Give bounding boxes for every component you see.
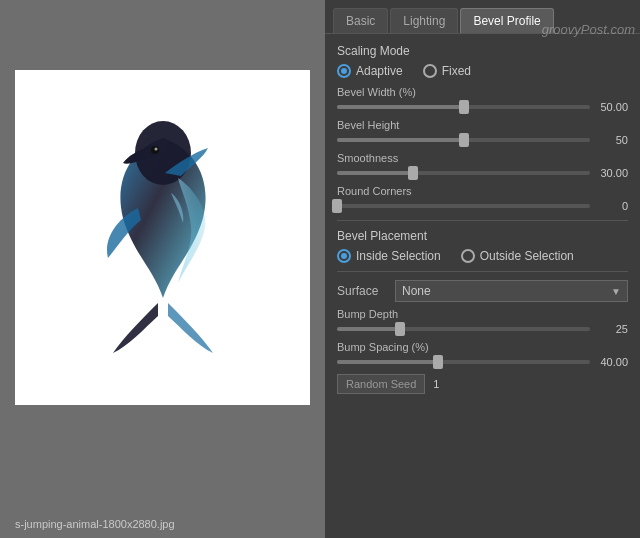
dropdown-arrow-icon: ▼ xyxy=(611,286,621,297)
bevel-height-value: 50 xyxy=(598,134,628,146)
bevel-width-label: Bevel Width (%) xyxy=(337,86,628,98)
dolphin-image xyxy=(63,98,263,378)
surface-dropdown[interactable]: None ▼ xyxy=(395,280,628,302)
tabs-container: Basic Lighting Bevel Profile groovyPost.… xyxy=(325,0,640,34)
surface-label: Surface xyxy=(337,284,387,298)
bevel-height-track[interactable] xyxy=(337,138,590,142)
round-corners-thumb[interactable] xyxy=(332,199,342,213)
smoothness-slider-container: 30.00 xyxy=(337,167,628,179)
left-panel: s-jumping-animal-1800x2880.jpg xyxy=(0,0,325,538)
smoothness-value: 30.00 xyxy=(598,167,628,179)
radio-outside-circle xyxy=(461,249,475,263)
radio-inside[interactable]: Inside Selection xyxy=(337,249,441,263)
tab-lighting[interactable]: Lighting xyxy=(390,8,458,33)
content-area: Scaling Mode Adaptive Fixed Bevel Width … xyxy=(325,34,640,538)
random-seed-row: Random Seed 1 xyxy=(337,374,628,394)
bevel-width-row: Bevel Width (%) 50.00 xyxy=(337,86,628,113)
right-panel: Basic Lighting Bevel Profile groovyPost.… xyxy=(325,0,640,538)
radio-adaptive-circle xyxy=(337,64,351,78)
divider-1 xyxy=(337,220,628,221)
bump-depth-label: Bump Depth xyxy=(337,308,628,320)
divider-2 xyxy=(337,271,628,272)
bevel-width-slider-container: 50.00 xyxy=(337,101,628,113)
round-corners-track[interactable] xyxy=(337,204,590,208)
round-corners-label: Round Corners xyxy=(337,185,628,197)
bevel-height-label: Bevel Height xyxy=(337,119,628,131)
bump-depth-slider-container: 25 xyxy=(337,323,628,335)
random-seed-button[interactable]: Random Seed xyxy=(337,374,425,394)
bevel-width-track[interactable] xyxy=(337,105,590,109)
bevel-width-fill xyxy=(337,105,464,109)
bump-spacing-label: Bump Spacing (%) xyxy=(337,341,628,353)
svg-point-2 xyxy=(154,147,157,150)
radio-outside-label: Outside Selection xyxy=(480,249,574,263)
smoothness-row: Smoothness 30.00 xyxy=(337,152,628,179)
smoothness-label: Smoothness xyxy=(337,152,628,164)
radio-inside-circle xyxy=(337,249,351,263)
radio-outside[interactable]: Outside Selection xyxy=(461,249,574,263)
tab-basic[interactable]: Basic xyxy=(333,8,388,33)
bump-spacing-row: Bump Spacing (%) 40.00 xyxy=(337,341,628,368)
bevel-width-thumb[interactable] xyxy=(459,100,469,114)
canvas-area xyxy=(15,70,310,405)
bump-spacing-value: 40.00 xyxy=(598,356,628,368)
bevel-height-row: Bevel Height 50 xyxy=(337,119,628,146)
random-seed-value: 1 xyxy=(433,378,439,390)
scaling-mode-label: Scaling Mode xyxy=(337,44,628,58)
tab-bevel-profile[interactable]: Bevel Profile xyxy=(460,8,553,33)
filename-label: s-jumping-animal-1800x2880.jpg xyxy=(15,518,175,530)
round-corners-row: Round Corners 0 xyxy=(337,185,628,212)
bump-spacing-fill xyxy=(337,360,438,364)
smoothness-fill xyxy=(337,171,413,175)
bump-depth-fill xyxy=(337,327,400,331)
bump-spacing-slider-container: 40.00 xyxy=(337,356,628,368)
bevel-height-slider-container: 50 xyxy=(337,134,628,146)
surface-dropdown-value: None xyxy=(402,284,431,298)
surface-row: Surface None ▼ xyxy=(337,280,628,302)
bevel-height-fill xyxy=(337,138,464,142)
bump-depth-row: Bump Depth 25 xyxy=(337,308,628,335)
radio-adaptive[interactable]: Adaptive xyxy=(337,64,403,78)
bump-depth-value: 25 xyxy=(598,323,628,335)
bevel-placement-group: Inside Selection Outside Selection xyxy=(337,249,628,263)
bump-depth-thumb[interactable] xyxy=(395,322,405,336)
round-corners-value: 0 xyxy=(598,200,628,212)
smoothness-thumb[interactable] xyxy=(408,166,418,180)
round-corners-slider-container: 0 xyxy=(337,200,628,212)
radio-adaptive-label: Adaptive xyxy=(356,64,403,78)
bevel-height-thumb[interactable] xyxy=(459,133,469,147)
radio-fixed-circle xyxy=(423,64,437,78)
scaling-mode-group: Adaptive Fixed xyxy=(337,64,628,78)
radio-fixed[interactable]: Fixed xyxy=(423,64,471,78)
bump-spacing-track[interactable] xyxy=(337,360,590,364)
radio-fixed-label: Fixed xyxy=(442,64,471,78)
bump-spacing-thumb[interactable] xyxy=(433,355,443,369)
radio-inside-label: Inside Selection xyxy=(356,249,441,263)
bump-depth-track[interactable] xyxy=(337,327,590,331)
bevel-placement-label: Bevel Placement xyxy=(337,229,628,243)
smoothness-track[interactable] xyxy=(337,171,590,175)
bevel-width-value: 50.00 xyxy=(598,101,628,113)
